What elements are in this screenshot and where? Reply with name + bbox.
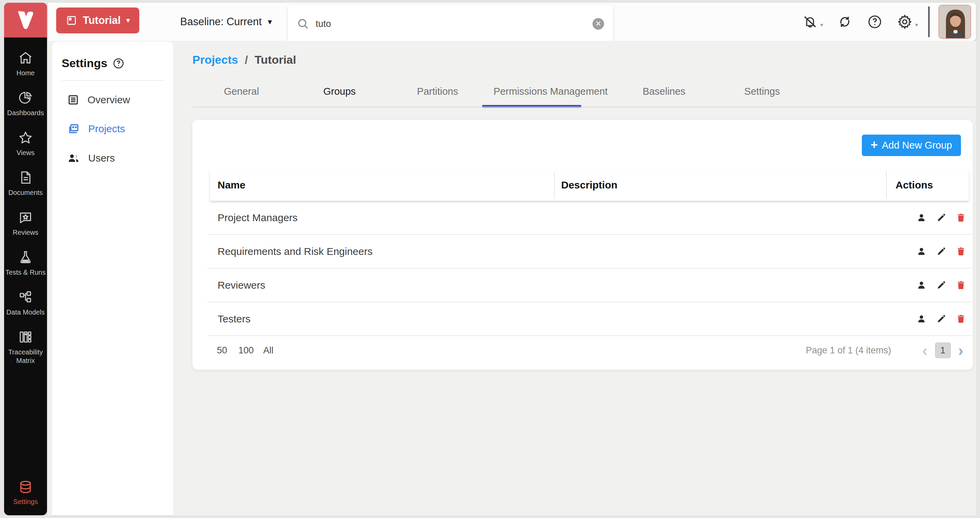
- avatar-image: [939, 5, 971, 39]
- pencil-icon: [936, 213, 946, 223]
- edit-group-button[interactable]: [936, 246, 947, 257]
- sidebar-item-label: Views: [17, 148, 35, 157]
- column-divider: [554, 171, 555, 199]
- breadcrumb-projects-link[interactable]: Projects: [192, 53, 238, 66]
- settings-nav-overview[interactable]: Overview: [52, 86, 173, 114]
- page-size-all[interactable]: All: [263, 335, 274, 366]
- clear-search-icon[interactable]: ✕: [592, 18, 604, 30]
- edit-group-button[interactable]: [936, 280, 947, 291]
- breadcrumb-current: Tutorial: [255, 53, 296, 66]
- project-tabs: General Groups Partitions Permissions Ma…: [192, 81, 976, 108]
- edit-group-button[interactable]: [936, 212, 947, 223]
- tab-permissions-management[interactable]: Permissions Management: [493, 86, 608, 97]
- pencil-icon: [936, 246, 946, 257]
- tab-baselines[interactable]: Baselines: [643, 86, 686, 97]
- table-row[interactable]: Testers: [207, 302, 972, 336]
- chevron-left-icon[interactable]: ‹: [922, 343, 927, 358]
- documents-icon: [18, 170, 33, 185]
- topbar-icons: ▾ ▾: [802, 3, 976, 41]
- caret-down-icon: ▾: [126, 17, 130, 24]
- chevron-right-icon[interactable]: ›: [958, 343, 963, 358]
- settings-nav-projects[interactable]: Projects: [52, 114, 173, 143]
- sidebar-item-data-models[interactable]: Data Models: [4, 283, 47, 323]
- sidebar-item-label: Reviews: [13, 228, 38, 237]
- pencil-icon: [936, 280, 946, 290]
- data-models-icon: [18, 290, 33, 304]
- person-icon: [916, 213, 926, 223]
- sidebar-item-tests-runs[interactable]: Tests & Runs: [4, 243, 47, 283]
- manage-users-button[interactable]: [916, 314, 927, 324]
- notifications-muted-button[interactable]: ▾: [802, 14, 823, 30]
- settings-nav-users[interactable]: Users: [52, 143, 173, 173]
- baseline-selector[interactable]: Baseline: Current ▾: [180, 3, 272, 41]
- traceability-matrix-icon: [18, 330, 33, 344]
- table-row[interactable]: Requirements and Risk Engineers: [207, 235, 972, 269]
- search-input[interactable]: [316, 19, 592, 29]
- row-actions: [916, 235, 966, 268]
- sidebar-item-label: Dashboards: [7, 109, 44, 117]
- table-header: Name Description Actions: [210, 169, 969, 201]
- home-icon: [18, 51, 33, 65]
- person-icon: [916, 314, 926, 324]
- page-size-100[interactable]: 100: [239, 335, 254, 366]
- manage-users-button[interactable]: [916, 246, 927, 257]
- column-header-actions: Actions: [896, 169, 933, 201]
- delete-group-button[interactable]: [956, 246, 966, 257]
- sidebar-item-views[interactable]: Views: [4, 123, 47, 163]
- tab-partitions[interactable]: Partitions: [417, 86, 458, 97]
- sidebar-item-label: Home: [16, 69, 34, 77]
- person-icon: [916, 280, 926, 290]
- sidebar-item-dashboards[interactable]: Dashboards: [4, 83, 47, 123]
- tab-general[interactable]: General: [224, 86, 259, 97]
- manage-users-button[interactable]: [916, 212, 927, 223]
- breadcrumb: Projects / Tutorial: [192, 53, 296, 67]
- caret-down-icon: ▾: [820, 21, 823, 29]
- delete-group-button[interactable]: [956, 314, 966, 324]
- column-header-description[interactable]: Description: [561, 169, 617, 201]
- sidebar-item-home[interactable]: Home: [4, 44, 47, 83]
- sidebar-item-label: Tests & Runs: [5, 268, 46, 277]
- help-button[interactable]: [867, 14, 883, 30]
- sidebar-item-traceability-matrix[interactable]: Traceability Matrix: [4, 323, 47, 371]
- delete-group-button[interactable]: [956, 212, 966, 223]
- views-icon: [18, 130, 33, 145]
- help-circle-icon[interactable]: [112, 57, 125, 70]
- sidebar-item-documents[interactable]: Documents: [4, 163, 47, 203]
- settings-panel: Settings Overview Projects Users: [52, 41, 173, 515]
- project-selector-label: Tutorial: [83, 14, 121, 27]
- settings-nav-label: Projects: [88, 123, 125, 135]
- column-divider: [886, 171, 887, 199]
- search-bar: ✕: [288, 5, 613, 43]
- sync-button[interactable]: [837, 14, 853, 30]
- tab-settings[interactable]: Settings: [745, 86, 780, 97]
- project-window-icon: [66, 15, 77, 26]
- edit-group-button[interactable]: [936, 314, 947, 324]
- add-new-group-button[interactable]: + Add New Group: [862, 135, 961, 156]
- sidebar-nav: Home Dashboards Views Documents: [4, 44, 47, 371]
- sidebar-item-settings[interactable]: Settings: [4, 480, 47, 506]
- page-number-button[interactable]: 1: [935, 343, 951, 358]
- table-body: Project Managers: [207, 201, 972, 336]
- manage-users-button[interactable]: [916, 280, 927, 291]
- primary-sidebar: Home Dashboards Views Documents: [4, 3, 47, 515]
- table-row[interactable]: Reviewers: [207, 269, 972, 302]
- project-selector-button[interactable]: Tutorial ▾: [56, 8, 139, 33]
- page-size-50[interactable]: 50: [217, 335, 227, 366]
- settings-menu-button[interactable]: ▾: [897, 14, 918, 30]
- column-header-name[interactable]: Name: [218, 169, 245, 201]
- table-row[interactable]: Project Managers: [207, 201, 972, 235]
- sidebar-item-label: Data Models: [6, 308, 45, 317]
- delete-group-button[interactable]: [956, 280, 966, 291]
- trash-icon: [956, 280, 966, 290]
- app-logo[interactable]: [4, 3, 47, 37]
- tab-groups[interactable]: Groups: [323, 86, 355, 97]
- sidebar-item-reviews[interactable]: Reviews: [4, 203, 47, 243]
- topbar-divider: [928, 6, 930, 37]
- group-name: Testers: [218, 302, 251, 335]
- group-name: Reviewers: [218, 269, 265, 301]
- sidebar-item-label: Traceability Matrix: [5, 348, 46, 365]
- user-avatar[interactable]: [939, 5, 971, 39]
- dashboards-icon: [18, 90, 33, 105]
- projects-icon: [67, 122, 80, 135]
- page-info: Page 1 of 1 (4 items): [806, 335, 891, 366]
